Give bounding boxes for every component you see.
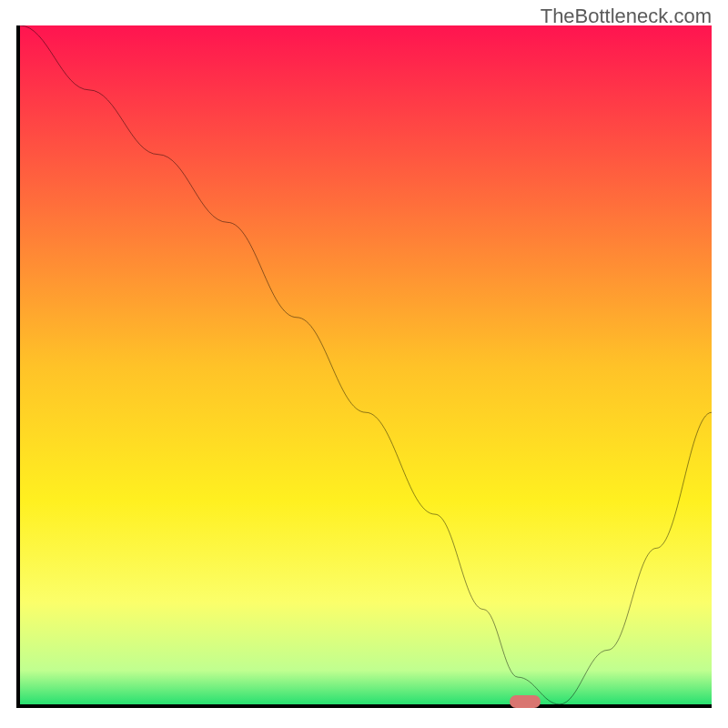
chart-area	[16, 25, 712, 708]
watermark-text: TheBottleneck.com	[541, 5, 712, 28]
bottleneck-curve	[20, 25, 712, 704]
optimal-marker	[510, 695, 541, 708]
